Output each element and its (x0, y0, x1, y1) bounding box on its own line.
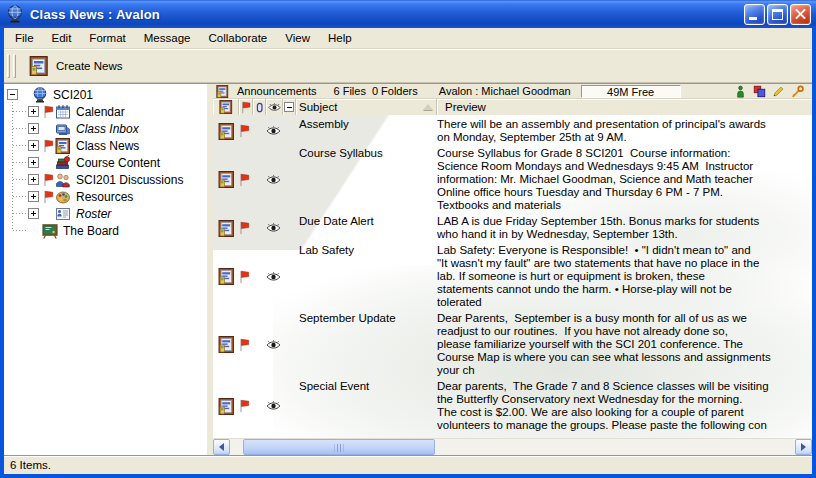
tree-item-course-content[interactable]: Course Content (4, 154, 207, 171)
create-news-button[interactable]: Create News (26, 53, 131, 79)
window-content: File Edit Format Message Collaborate Vie… (4, 28, 812, 474)
column-read-status[interactable] (266, 99, 283, 115)
expand-box-icon[interactable] (28, 157, 39, 168)
message-row[interactable]: Course Syllabus Course Syllabus for Grad… (213, 144, 812, 212)
title-bar[interactable]: Class News : Avalon (0, 0, 816, 28)
preview-header-label: Preview (445, 101, 486, 113)
status-bar: 6 Items. (4, 455, 812, 474)
news-icon (219, 100, 233, 114)
create-news-label: Create News (56, 60, 122, 72)
expand-box-icon[interactable] (28, 174, 39, 185)
board-icon (42, 223, 58, 239)
eye-icon (266, 175, 281, 185)
free-space-indicator: 49M Free (581, 85, 681, 98)
expand-box-icon[interactable] (28, 208, 39, 219)
column-subject[interactable]: Subject (296, 99, 437, 115)
tree-item-class-inbox[interactable]: Class Inbox (4, 120, 207, 137)
subject-header-label: Subject (299, 101, 337, 113)
tree-item-label: Class Inbox (74, 122, 141, 136)
toolbar-grip[interactable] (13, 54, 16, 78)
tree-item-roster[interactable]: Roster (4, 205, 207, 222)
column-preview[interactable]: Preview (437, 99, 812, 115)
tree-item-label: Resources (74, 190, 135, 204)
menu-file[interactable]: File (6, 29, 43, 48)
close-button[interactable] (790, 4, 811, 25)
news-icon (218, 336, 235, 353)
tree-item-the-board[interactable]: The Board (4, 222, 207, 239)
tree-item-class-news[interactable]: Class News (4, 137, 207, 154)
eye-icon (266, 401, 281, 411)
expand-box-icon[interactable] (28, 140, 39, 151)
minimize-icon (749, 17, 757, 20)
flag-icon (239, 173, 250, 187)
flag-icon (239, 270, 250, 284)
column-item-icon[interactable] (213, 99, 239, 115)
news-icon (216, 85, 229, 98)
key-pen-icon[interactable] (791, 85, 804, 98)
tree-item-calendar[interactable]: Calendar (4, 103, 207, 120)
message-subject: Due Date Alert (296, 215, 437, 241)
news-icon (218, 220, 235, 237)
message-row[interactable]: Assembly There will be an assembly and p… (213, 115, 812, 144)
tree-item-label: Course Content (74, 156, 162, 170)
eye-icon (266, 126, 281, 136)
menu-view[interactable]: View (276, 29, 319, 48)
discussions-icon (55, 172, 71, 188)
menu-help[interactable]: Help (319, 29, 361, 48)
menu-format[interactable]: Format (80, 29, 134, 48)
tree-item-discussions[interactable]: SCI201 Discussions (4, 171, 207, 188)
message-row[interactable]: September Update Dear Parents, September… (213, 309, 812, 377)
tree-item-label: Calendar (74, 105, 127, 119)
minimize-button[interactable] (744, 4, 765, 25)
news-icon (218, 398, 235, 415)
window-controls (744, 4, 811, 25)
eye-icon (266, 340, 281, 350)
message-subject: Special Event (296, 380, 437, 432)
message-row[interactable]: Special Event Dear parents, The Grade 7 … (213, 377, 812, 432)
maximize-button[interactable] (767, 4, 788, 25)
menu-collaborate[interactable]: Collaborate (199, 29, 276, 48)
menu-edit[interactable]: Edit (43, 29, 81, 48)
message-subject: Assembly (296, 118, 437, 144)
tree-item-label: Roster (74, 207, 113, 221)
announcements-panel: Announcements 6 Files 0 Folders Avalon :… (213, 83, 812, 455)
pencil-icon[interactable] (772, 85, 785, 98)
main-area: SCI201 Calendar Class Inbox (4, 83, 812, 455)
scrollbar-thumb[interactable] (243, 439, 435, 455)
message-row[interactable]: Lab Safety Lab Safety: Everyone is Respo… (213, 241, 812, 309)
message-preview: Dear parents, The Grade 7 and 8 Science … (437, 380, 812, 432)
scroll-left-button[interactable] (213, 439, 230, 455)
maximize-icon (772, 9, 783, 20)
message-row[interactable]: Due Date Alert LAB A is due Friday Septe… (213, 212, 812, 241)
eye-icon (266, 223, 281, 233)
flag-icon (43, 139, 54, 153)
message-subject: Lab Safety (296, 244, 437, 309)
person-icon[interactable] (734, 85, 747, 98)
globe-icon (32, 87, 48, 103)
expand-box-icon[interactable] (28, 191, 39, 202)
overlapping-squares-icon[interactable] (753, 85, 766, 98)
eye-icon (268, 103, 281, 112)
expand-box-icon[interactable] (28, 106, 39, 117)
flag-icon (43, 173, 54, 187)
collapse-box-icon[interactable] (7, 89, 18, 100)
message-subject: Course Syllabus (296, 147, 437, 212)
scrollbar-track[interactable] (230, 439, 795, 455)
message-list: Assembly There will be an assembly and p… (213, 115, 812, 438)
calendar-icon (55, 104, 71, 120)
column-flag[interactable] (239, 99, 253, 115)
toolbar: Create News (4, 49, 812, 83)
menu-message[interactable]: Message (135, 29, 200, 48)
toolbar-grip[interactable] (7, 54, 10, 78)
menu-bar: File Edit Format Message Collaborate Vie… (4, 28, 812, 49)
message-preview: Dear Parents, September is a busy month … (437, 312, 812, 377)
column-attachment[interactable] (253, 99, 266, 115)
tree-item-sci201[interactable]: SCI201 (4, 86, 207, 103)
tree-item-resources[interactable]: Resources (4, 188, 207, 205)
roster-icon (55, 206, 71, 222)
column-collapse[interactable] (283, 99, 296, 115)
expand-box-icon[interactable] (28, 123, 39, 134)
scroll-right-button[interactable] (795, 439, 812, 455)
resources-icon (55, 189, 71, 205)
eye-icon (266, 272, 281, 282)
